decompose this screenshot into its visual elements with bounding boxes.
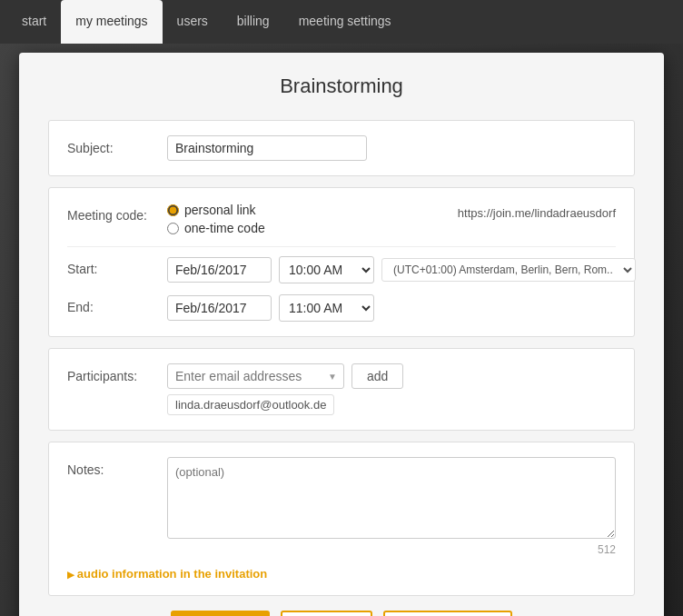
participants-input[interactable] bbox=[167, 363, 344, 389]
subject-label: Subject: bbox=[67, 135, 167, 155]
notes-footer: 512 bbox=[167, 543, 616, 556]
participants-control: ▼ add linda.draeusdorf@outlook.de bbox=[167, 363, 616, 415]
end-time-select[interactable]: 11:00 AM bbox=[279, 294, 374, 322]
personal-link-label: personal link bbox=[184, 203, 256, 217]
personal-link-url: https://join.me/lindadraeusdorf bbox=[458, 203, 616, 220]
meeting-modal: Brainstorming Subject: Meeting code: bbox=[19, 53, 664, 616]
action-buttons: schedule save draft discard changes bbox=[48, 611, 635, 616]
save-draft-button[interactable]: save draft bbox=[281, 611, 372, 616]
discard-changes-button[interactable]: discard changes bbox=[383, 611, 512, 616]
meeting-code-left: personal link one-time code bbox=[167, 203, 265, 235]
subject-input[interactable] bbox=[167, 135, 367, 161]
audio-info-link[interactable]: audio information in the invitation bbox=[67, 567, 267, 581]
subject-control bbox=[167, 135, 616, 161]
modal-title: Brainstorming bbox=[48, 75, 635, 98]
participants-label: Participants: bbox=[67, 363, 167, 383]
end-date-input[interactable] bbox=[167, 295, 272, 321]
notes-textarea[interactable] bbox=[167, 457, 616, 539]
start-control: 10:00 AM (UTC+01:00) Amsterdam, Berlin, … bbox=[167, 256, 636, 283]
start-time-select[interactable]: 10:00 AM bbox=[279, 256, 374, 283]
personal-link-radio[interactable] bbox=[167, 204, 179, 216]
one-time-code-radio[interactable] bbox=[167, 223, 179, 234]
one-time-code-radio-label[interactable]: one-time code bbox=[167, 221, 265, 235]
end-label: End: bbox=[67, 294, 167, 314]
meeting-code-control: personal link one-time code https://join… bbox=[167, 203, 616, 235]
start-label: Start: bbox=[67, 256, 167, 276]
notes-row: Notes: 512 bbox=[67, 457, 616, 556]
schedule-button[interactable]: schedule bbox=[171, 611, 270, 616]
start-row: Start: 10:00 AM (UTC+01:00) Amsterdam, B… bbox=[67, 256, 616, 283]
notes-char-count: 512 bbox=[598, 543, 616, 556]
tab-meeting-settings[interactable]: meeting settings bbox=[284, 0, 406, 44]
personal-link-radio-label[interactable]: personal link bbox=[167, 203, 265, 217]
tab-start[interactable]: start bbox=[7, 0, 61, 44]
subject-section: Subject: bbox=[48, 120, 635, 176]
participants-input-row: ▼ add bbox=[167, 363, 616, 389]
participant-email: linda.draeusdorf@outlook.de bbox=[175, 398, 326, 412]
notes-label: Notes: bbox=[67, 457, 167, 477]
one-time-code-label: one-time code bbox=[184, 221, 265, 235]
participants-input-wrap: ▼ bbox=[167, 363, 344, 389]
start-datetime: 10:00 AM (UTC+01:00) Amsterdam, Berlin, … bbox=[167, 256, 636, 283]
subject-row: Subject: bbox=[67, 135, 616, 161]
start-date-input[interactable] bbox=[167, 257, 272, 283]
timezone-select[interactable]: (UTC+01:00) Amsterdam, Berlin, Bern, Rom… bbox=[381, 258, 636, 282]
tab-billing[interactable]: billing bbox=[223, 0, 284, 44]
end-control: 11:00 AM bbox=[167, 294, 616, 322]
participants-row: Participants: ▼ add linda.draeusdorf@out… bbox=[67, 363, 616, 415]
add-participant-button[interactable]: add bbox=[351, 363, 403, 389]
modal-wrapper: Brainstorming Subject: Meeting code: bbox=[0, 44, 683, 616]
divider-1 bbox=[67, 246, 616, 247]
meeting-details-section: Meeting code: personal link one-time cod… bbox=[48, 187, 635, 337]
tab-bar: start my meetings users billing meeting … bbox=[0, 0, 683, 44]
end-row: End: 11:00 AM bbox=[67, 294, 616, 322]
meeting-code-row: Meeting code: personal link one-time cod… bbox=[67, 203, 616, 235]
tab-users[interactable]: users bbox=[163, 0, 223, 44]
meeting-code-inner: personal link one-time code https://join… bbox=[167, 203, 616, 235]
audio-info: audio information in the invitation bbox=[67, 567, 616, 581]
participant-tag: linda.draeusdorf@outlook.de bbox=[167, 394, 334, 415]
tab-my-meetings[interactable]: my meetings bbox=[61, 0, 162, 44]
notes-section: Notes: 512 audio information in the invi… bbox=[48, 442, 635, 596]
notes-control: 512 bbox=[167, 457, 616, 556]
participants-section: Participants: ▼ add linda.draeusdorf@out… bbox=[48, 348, 635, 431]
meeting-code-label: Meeting code: bbox=[67, 203, 167, 223]
end-datetime: 11:00 AM bbox=[167, 294, 616, 322]
